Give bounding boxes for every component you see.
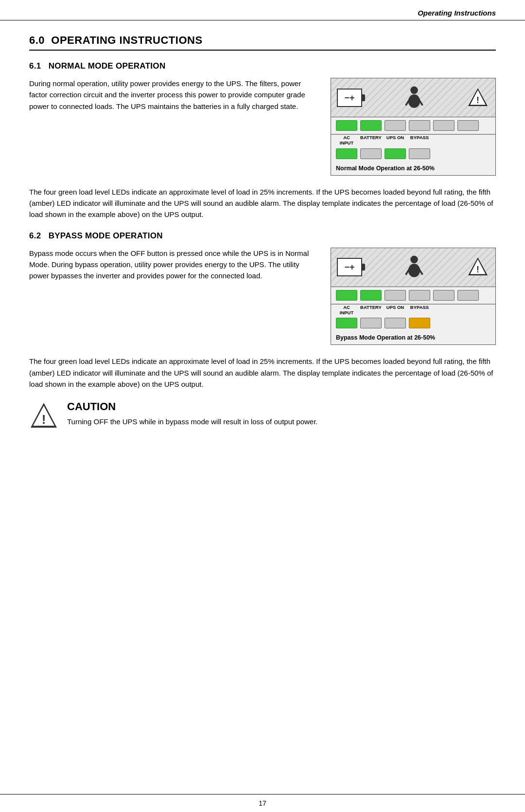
led-ups-bypass bbox=[385, 318, 406, 328]
normal-mode-diagram: −+ bbox=[331, 78, 496, 176]
chapter-title: Operating Instructions bbox=[51, 34, 202, 46]
caution-title: Caution bbox=[67, 400, 318, 413]
caution-box: ! Caution Turning OFF the UPS while in b… bbox=[29, 400, 496, 432]
led-ac bbox=[336, 148, 357, 159]
svg-text:!: ! bbox=[42, 412, 46, 427]
page-header: Operating Instructions bbox=[0, 0, 525, 20]
label-ups-on: UPS ON bbox=[385, 135, 406, 146]
caution-content: Caution Turning OFF the UPS while in byp… bbox=[67, 400, 318, 427]
svg-text:!: ! bbox=[476, 265, 479, 274]
battery-symbol: −+ bbox=[344, 93, 354, 102]
led-b6 bbox=[457, 290, 479, 301]
caution-text: Turning OFF the UPS while in bypass mode… bbox=[67, 416, 318, 427]
page: Operating Instructions 6.0 Operating Ins… bbox=[0, 0, 525, 812]
led-b5 bbox=[433, 290, 455, 301]
caution-triangle-icon-bypass: ! bbox=[466, 255, 490, 279]
diagram-leds-bottom-bypass bbox=[331, 315, 495, 332]
label-ups-on-bypass: UPS ON bbox=[385, 305, 406, 316]
led-1 bbox=[336, 120, 357, 131]
diagram-top-panel: −+ bbox=[331, 78, 495, 117]
led-ac-bypass bbox=[336, 318, 357, 328]
battery-icon: −+ bbox=[337, 89, 362, 107]
label-battery-bypass: BATTERY bbox=[360, 305, 382, 316]
ups-diagram-normal: −+ bbox=[331, 78, 496, 176]
led-bat-bypass bbox=[360, 318, 382, 328]
led-labels-bypass: AC INPUT BATTERY UPS ON BYPASS bbox=[331, 305, 495, 316]
caution-warning-icon: ! bbox=[29, 401, 58, 431]
led-2 bbox=[360, 120, 382, 131]
svg-point-1 bbox=[408, 94, 420, 108]
label-battery: BATTERY bbox=[360, 135, 382, 146]
page-content: 6.0 Operating Instructions 6.1 Normal Mo… bbox=[0, 20, 525, 794]
header-title: Operating Instructions bbox=[418, 9, 496, 17]
label-ac-input-bypass: AC INPUT bbox=[336, 305, 357, 316]
section-62-para-2: The four green load level LEDs indicate … bbox=[29, 356, 496, 390]
caution-triangle-icon: ! bbox=[466, 86, 490, 109]
chapter-heading: 6.0 Operating Instructions bbox=[29, 34, 496, 51]
ups-diagram-bypass: −+ ! bbox=[331, 248, 496, 345]
section-62-title: Bypass Mode Operation bbox=[49, 231, 163, 240]
diagram-top-panel-bypass: −+ ! bbox=[331, 248, 495, 287]
led-labels: AC INPUT BATTERY UPS ON BYPASS bbox=[331, 135, 495, 146]
diagram-leds-top bbox=[331, 117, 495, 134]
label-bypass-bypass: BYPASS bbox=[409, 305, 430, 316]
bypass-mode-caption: Bypass Mode Operation at 26-50% bbox=[331, 332, 495, 344]
caution-icon-wrap: ! bbox=[29, 401, 58, 432]
diagram-leds-bottom bbox=[331, 146, 495, 162]
svg-point-9 bbox=[408, 264, 420, 277]
led-b4 bbox=[409, 290, 430, 301]
person-icon bbox=[402, 85, 427, 110]
battery-symbol-bypass: −+ bbox=[344, 263, 354, 271]
led-ups bbox=[385, 148, 406, 159]
section-61-number: 6.1 bbox=[29, 61, 41, 71]
section-61-heading: 6.1 Normal Mode Operation bbox=[29, 61, 496, 71]
led-6 bbox=[457, 120, 479, 131]
battery-icon-bypass: −+ bbox=[337, 258, 362, 276]
svg-point-0 bbox=[410, 86, 418, 94]
section-61-para-2: The four green load level LEDs indicate … bbox=[29, 186, 496, 220]
person-icon-bypass bbox=[402, 254, 427, 280]
section-62-float: −+ ! bbox=[29, 248, 496, 349]
section-62-heading: 6.2 Bypass Mode Operation bbox=[29, 231, 496, 241]
svg-point-8 bbox=[410, 256, 418, 264]
diagram-leds-top-bypass bbox=[331, 287, 495, 304]
label-bypass: BYPASS bbox=[409, 135, 430, 146]
section-61-title: Normal Mode Operation bbox=[49, 61, 166, 71]
led-4 bbox=[409, 120, 430, 131]
led-bat bbox=[360, 148, 382, 159]
led-3 bbox=[385, 120, 406, 131]
chapter-number: 6.0 bbox=[29, 34, 45, 46]
led-byp bbox=[409, 148, 430, 159]
led-byp-bypass bbox=[409, 318, 430, 328]
section-61-float: −+ bbox=[29, 78, 496, 180]
bypass-mode-diagram: −+ ! bbox=[331, 248, 496, 345]
svg-text:!: ! bbox=[476, 95, 479, 105]
page-number: 17 bbox=[259, 799, 266, 807]
led-b1 bbox=[336, 290, 357, 301]
normal-mode-caption: Normal Mode Operation at 26-50% bbox=[331, 162, 495, 175]
led-b2 bbox=[360, 290, 382, 301]
page-footer: 17 bbox=[0, 794, 525, 812]
led-b3 bbox=[385, 290, 406, 301]
section-62-number: 6.2 bbox=[29, 231, 41, 240]
label-ac-input: AC INPUT bbox=[336, 135, 357, 146]
led-5 bbox=[433, 120, 455, 131]
